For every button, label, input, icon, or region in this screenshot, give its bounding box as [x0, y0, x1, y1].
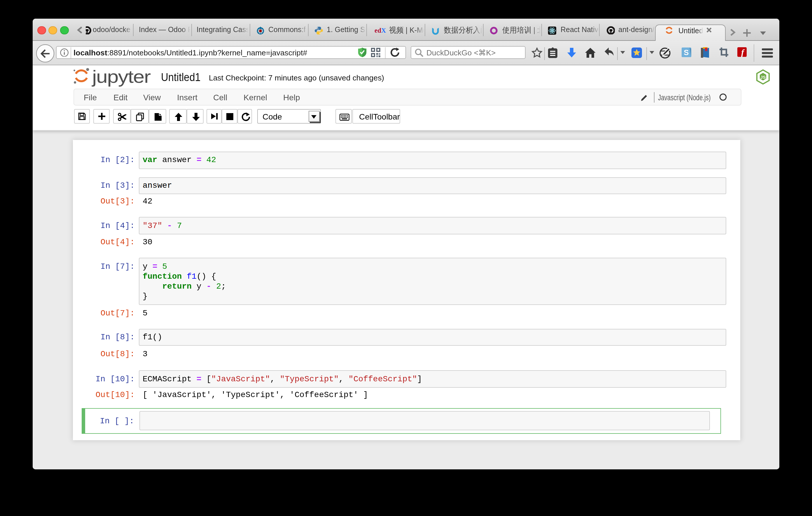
svg-text:S: S — [684, 48, 689, 57]
svg-text:JS: JS — [760, 74, 765, 80]
